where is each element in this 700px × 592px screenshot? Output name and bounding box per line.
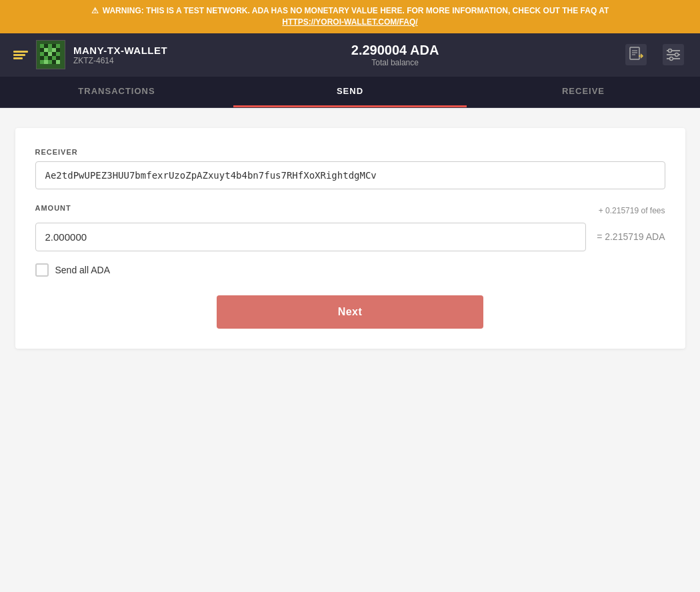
amount-section: AMOUNT + 0.215719 of fees = 2.215719 ADA xyxy=(35,204,665,251)
svg-rect-4 xyxy=(52,44,56,48)
svg-rect-1 xyxy=(40,44,44,48)
settings-icon xyxy=(663,44,684,65)
svg-rect-18 xyxy=(48,56,52,60)
svg-rect-12 xyxy=(44,52,48,56)
svg-rect-10 xyxy=(56,48,60,52)
svg-rect-23 xyxy=(48,60,52,64)
tab-receive[interactable]: RECEIVE xyxy=(467,77,700,107)
svg-rect-15 xyxy=(56,52,60,56)
svg-rect-16 xyxy=(40,56,44,60)
receiver-input[interactable] xyxy=(35,161,665,189)
warning-icon: ⚠ xyxy=(91,5,99,17)
next-btn-row: Next xyxy=(35,295,665,329)
wallet-name: MANY-TX-WALLET xyxy=(73,45,167,56)
next-button[interactable]: Next xyxy=(217,295,483,329)
wallet-info: MANY-TX-WALLET ZKTZ-4614 xyxy=(13,40,167,69)
svg-rect-21 xyxy=(40,60,44,64)
warning-text: WARNING: THIS IS A TEST NETWORK. ADA HAS… xyxy=(103,6,609,15)
balance-amount: 2.290004 ADA xyxy=(351,43,439,58)
nav-tabs: TRANSACTIONS SEND RECEIVE xyxy=(0,77,700,108)
svg-rect-25 xyxy=(56,60,60,64)
fee-text: + 0.215719 of fees xyxy=(599,206,665,215)
amount-equiv: = 2.215719 ADA xyxy=(597,231,665,242)
svg-rect-19 xyxy=(52,56,56,60)
svg-rect-24 xyxy=(52,60,56,64)
svg-rect-11 xyxy=(40,52,44,56)
svg-rect-2 xyxy=(44,44,48,48)
svg-point-36 xyxy=(675,53,679,57)
svg-rect-8 xyxy=(48,48,52,52)
tab-transactions[interactable]: TRANSACTIONS xyxy=(0,77,233,107)
receiver-label: RECEIVER xyxy=(35,148,665,156)
svg-point-35 xyxy=(669,49,672,53)
main-content: RECEIVER AMOUNT + 0.215719 of fees = 2.2… xyxy=(0,108,700,369)
wallet-avatar xyxy=(36,40,65,69)
svg-rect-22 xyxy=(44,60,48,64)
amount-input[interactable] xyxy=(35,223,587,251)
svg-rect-20 xyxy=(56,56,60,60)
svg-rect-14 xyxy=(52,52,56,56)
svg-rect-3 xyxy=(48,44,52,48)
balance-group: 2.290004 ADA Total balance xyxy=(351,43,439,67)
tab-send[interactable]: SEND xyxy=(233,77,467,107)
avatar-svg xyxy=(37,41,65,69)
header: MANY-TX-WALLET ZKTZ-4614 2.290004 ADA To… xyxy=(0,33,700,77)
wallet-name-group: MANY-TX-WALLET ZKTZ-4614 xyxy=(73,45,167,65)
svg-rect-9 xyxy=(52,48,56,52)
warning-banner: ⚠WARNING: THIS IS A TEST NETWORK. ADA HA… xyxy=(0,0,700,33)
send-all-row: Send all ADA xyxy=(35,263,665,277)
svg-rect-5 xyxy=(56,44,60,48)
amount-header: AMOUNT + 0.215719 of fees xyxy=(35,204,665,217)
send-card: RECEIVER AMOUNT + 0.215719 of fees = 2.2… xyxy=(15,128,685,349)
send-all-checkbox[interactable] xyxy=(35,263,49,277)
svg-point-37 xyxy=(670,57,673,61)
amount-label: AMOUNT xyxy=(35,204,71,212)
svg-rect-17 xyxy=(44,56,48,60)
wallet-id: ZKTZ-4614 xyxy=(73,56,167,65)
balance-label: Total balance xyxy=(351,58,439,67)
svg-rect-7 xyxy=(44,48,48,52)
warning-link[interactable]: HTTPS://YOROI-WALLET.COM/FAQ/ xyxy=(11,17,689,28)
layers-icon xyxy=(13,51,28,59)
svg-rect-6 xyxy=(40,48,44,52)
svg-rect-13 xyxy=(48,52,52,56)
amount-input-row: = 2.215719 ADA xyxy=(35,223,665,251)
settings-button[interactable] xyxy=(660,41,687,68)
send-receive-icon xyxy=(625,44,647,65)
send-receive-button[interactable] xyxy=(623,41,649,68)
header-actions xyxy=(623,41,687,68)
send-all-label[interactable]: Send all ADA xyxy=(55,265,111,275)
